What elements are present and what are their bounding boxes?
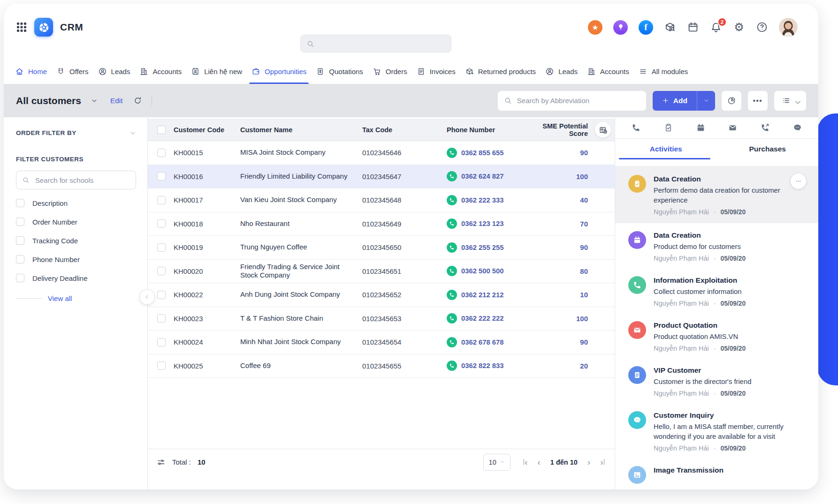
- calendar-icon[interactable]: [696, 123, 706, 133]
- table-row[interactable]: KH00016 Friendly Limited Liability Compa…: [148, 165, 615, 189]
- nav-item-offers[interactable]: Offers: [56, 59, 89, 84]
- order-filter-section[interactable]: ORDER FILTER BY: [16, 129, 136, 136]
- nav-item-leads[interactable]: Leads: [545, 59, 578, 84]
- activity-item[interactable]: Product Quotation Product quotation AMIS…: [615, 313, 818, 358]
- add-chevron-down-icon[interactable]: [697, 91, 715, 111]
- phone-number-link[interactable]: 0362 255 255: [461, 244, 504, 251]
- facebook-icon[interactable]: f: [639, 20, 653, 35]
- crm-logo[interactable]: [34, 18, 53, 37]
- favorites-icon[interactable]: ★: [588, 20, 602, 35]
- tab-purchases[interactable]: Purchases: [717, 139, 819, 159]
- phone-number-link[interactable]: 0362 222 333: [461, 196, 504, 204]
- table-row[interactable]: KH00015 MISA Joint Stock Company 0102345…: [148, 141, 615, 165]
- filter-option[interactable]: Tracking Code: [16, 231, 136, 250]
- table-row[interactable]: KH00022 Anh Dung Joint Stock Company 010…: [148, 283, 615, 307]
- page-size-select[interactable]: 10: [483, 454, 510, 471]
- filter-checkbox[interactable]: [16, 274, 24, 282]
- phone-icon[interactable]: [631, 123, 641, 133]
- previous-page-button[interactable]: ‹: [537, 458, 540, 466]
- phone-number-link[interactable]: 0362 624 827: [461, 173, 504, 180]
- column-header-tax-code[interactable]: Tax Code: [357, 126, 442, 134]
- table-row[interactable]: KH00019 Trung Nguyen Coffee 0102345650 0…: [148, 236, 615, 260]
- view-chevron-down-icon[interactable]: [91, 97, 98, 105]
- add-column-button[interactable]: [595, 122, 611, 138]
- filter-option[interactable]: Description: [16, 194, 136, 212]
- clipboard-icon[interactable]: [663, 123, 673, 133]
- table-row[interactable]: KH00025 Coffee 69 0102345655 0362 822 83…: [148, 354, 615, 378]
- activity-more-button[interactable]: [791, 173, 806, 189]
- activity-item[interactable]: Data Creation Product demo for customers…: [615, 223, 818, 268]
- abbreviation-search-input[interactable]: [516, 96, 640, 105]
- schools-search-input[interactable]: [34, 176, 130, 185]
- activity-item[interactable]: Image Transmission: [615, 458, 818, 489]
- user-avatar[interactable]: [779, 18, 798, 37]
- chart-button[interactable]: [722, 91, 741, 111]
- phone-number-link[interactable]: 0362 855 655: [461, 149, 504, 157]
- filter-option[interactable]: Order Number: [16, 212, 136, 231]
- column-header-phone-number[interactable]: Phone Number: [442, 126, 521, 134]
- row-checkbox[interactable]: [157, 338, 166, 346]
- nav-item-accounts[interactable]: Accounts: [139, 59, 182, 84]
- envelope-icon[interactable]: [728, 123, 738, 133]
- activity-item[interactable]: Information Exploitation Collect custome…: [615, 268, 818, 313]
- table-row[interactable]: KH00017 Van Kieu Joint Stock Company 010…: [148, 188, 615, 212]
- nav-item-orders[interactable]: Orders: [373, 59, 407, 84]
- next-page-button[interactable]: ›: [587, 458, 590, 466]
- chat-icon[interactable]: [792, 123, 802, 133]
- activity-item[interactable]: VIP Customer Customer is the director's …: [615, 358, 818, 403]
- column-header-customer-name[interactable]: Customer Name: [235, 126, 357, 134]
- add-button-main[interactable]: Add: [653, 91, 697, 111]
- nav-item-quotations[interactable]: Quotations: [316, 59, 363, 84]
- row-checkbox[interactable]: [157, 291, 166, 299]
- edit-link[interactable]: Edit: [110, 97, 123, 105]
- schools-search[interactable]: [16, 171, 136, 189]
- row-checkbox[interactable]: [157, 267, 166, 275]
- filter-checkbox[interactable]: [16, 236, 24, 245]
- table-row[interactable]: KH00018 Nho Restaurant 0102345649 0362 1…: [148, 212, 615, 236]
- phone-outgoing-icon[interactable]: [760, 123, 770, 133]
- last-page-button[interactable]: ›: [600, 458, 604, 466]
- phone-number-link[interactable]: 0362 222 222: [461, 315, 504, 322]
- nav-item-returned-products[interactable]: Returned products: [465, 59, 536, 84]
- row-checkbox[interactable]: [157, 196, 166, 204]
- row-checkbox[interactable]: [157, 314, 166, 323]
- nav-item-invoices[interactable]: Invoices: [417, 59, 456, 84]
- row-checkbox[interactable]: [157, 149, 166, 157]
- product-search-icon[interactable]: [664, 21, 676, 33]
- app-launcher-icon[interactable]: [16, 22, 27, 33]
- ideas-icon[interactable]: [613, 20, 628, 35]
- sliders-icon[interactable]: [156, 458, 166, 467]
- phone-number-link[interactable]: 0362 822 833: [461, 362, 504, 369]
- notifications-bell-icon[interactable]: 2: [710, 21, 722, 33]
- phone-number-link[interactable]: 0362 678 678: [461, 339, 504, 346]
- settings-gear-icon[interactable]: ⚙: [733, 21, 745, 33]
- select-all-checkbox[interactable]: [157, 126, 166, 134]
- activity-item[interactable]: Data Creation Perform demo data creation…: [615, 166, 818, 223]
- nav-item-all-modules[interactable]: All modules: [639, 59, 688, 84]
- column-header-customer-code[interactable]: Customer Code: [168, 126, 235, 134]
- abbreviation-search[interactable]: [498, 91, 646, 111]
- filter-option[interactable]: Delivery Deadline: [16, 269, 136, 287]
- view-all-link[interactable]: View all: [48, 294, 72, 302]
- table-row[interactable]: KH00024 Minh Nhat Joint Stock Company 01…: [148, 331, 615, 354]
- nav-item-home[interactable]: Home: [15, 59, 47, 84]
- nav-item-accounts[interactable]: Accounts: [587, 59, 629, 84]
- help-icon[interactable]: [756, 21, 768, 33]
- table-row[interactable]: KH00023 T & T Fashion Store Chain 010234…: [148, 307, 615, 331]
- table-row[interactable]: KH00020 Friendly Trading & Service Joint…: [148, 260, 615, 284]
- tab-activities[interactable]: Activities: [615, 139, 717, 159]
- filter-checkbox[interactable]: [16, 255, 24, 263]
- nav-item-leads[interactable]: Leads: [98, 59, 130, 84]
- global-search[interactable]: [300, 35, 451, 53]
- column-header-sme-score[interactable]: SME Potential Score: [521, 122, 592, 137]
- row-checkbox[interactable]: [157, 219, 166, 228]
- global-search-input[interactable]: [319, 39, 445, 48]
- view-toggle-button[interactable]: [774, 91, 806, 111]
- sidebar-collapse-button[interactable]: [139, 289, 155, 305]
- filter-option[interactable]: Phone Number: [16, 250, 136, 269]
- row-checkbox[interactable]: [157, 172, 166, 181]
- phone-number-link[interactable]: 0362 123 123: [461, 220, 504, 227]
- first-page-button[interactable]: ‹: [524, 458, 528, 466]
- activity-item[interactable]: Customer Inquiry Hello, I am a MISA staf…: [615, 403, 818, 458]
- add-button[interactable]: Add: [653, 91, 715, 111]
